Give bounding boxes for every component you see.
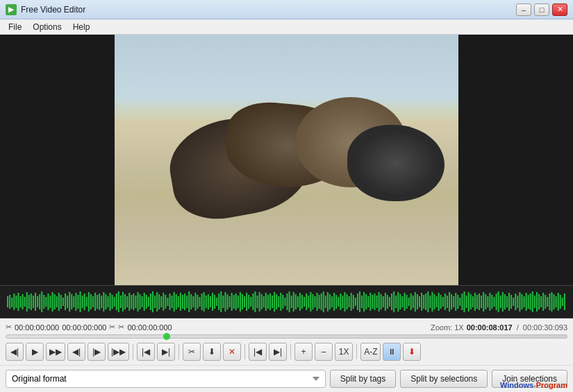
svg-rect-83 (184, 293, 185, 310)
svg-rect-236 (510, 295, 512, 309)
svg-rect-162 (353, 295, 354, 309)
svg-rect-154 (335, 295, 337, 309)
svg-rect-148 (323, 291, 324, 312)
svg-rect-204 (442, 297, 444, 307)
progress-track[interactable] (6, 334, 567, 339)
svg-rect-142 (310, 292, 311, 312)
close-button[interactable]: ✕ (552, 3, 567, 16)
svg-rect-101 (222, 296, 224, 308)
scissors-icon-mid: ✂ (109, 323, 115, 332)
svg-rect-250 (540, 296, 542, 307)
frame-back-button[interactable]: |◀ (249, 343, 267, 361)
go-start-button[interactable]: ◀| (6, 343, 24, 361)
svg-rect-31 (73, 296, 74, 307)
step-back-button[interactable]: ◀| (67, 343, 85, 361)
svg-rect-27 (65, 293, 66, 310)
skip-start-button[interactable]: |◀ (137, 343, 155, 361)
controls-area: ✂ 00:00:00:000 00:00:00:000 ✂ ✂ 00:00:00… (0, 318, 573, 365)
svg-rect-63 (142, 296, 143, 307)
svg-rect-257 (556, 296, 557, 307)
svg-rect-19 (47, 293, 49, 310)
svg-rect-123 (269, 293, 271, 310)
svg-rect-34 (80, 291, 81, 312)
svg-rect-198 (429, 296, 431, 308)
svg-rect-210 (455, 293, 456, 311)
progress-thumb[interactable] (163, 333, 170, 340)
svg-rect-241 (521, 294, 522, 309)
svg-rect-251 (542, 293, 544, 311)
vol-down-button[interactable]: – (315, 343, 333, 361)
svg-rect-96 (212, 293, 213, 311)
svg-rect-195 (423, 295, 424, 309)
svg-rect-32 (75, 293, 76, 311)
svg-rect-223 (483, 292, 484, 312)
svg-rect-16 (41, 291, 42, 312)
step-fwd-button[interactable]: |▶ (88, 343, 106, 361)
svg-rect-23 (56, 296, 58, 307)
svg-rect-247 (534, 296, 535, 308)
svg-rect-72 (160, 296, 162, 307)
az-button[interactable]: A-Z (360, 343, 381, 361)
vol-up-button[interactable]: + (294, 343, 313, 361)
svg-rect-132 (289, 291, 290, 312)
svg-rect-153 (333, 293, 335, 311)
svg-rect-103 (226, 294, 228, 309)
svg-rect-64 (144, 293, 145, 311)
svg-rect-24 (58, 293, 60, 311)
download-button[interactable]: ⬇ (403, 343, 421, 361)
svg-rect-258 (558, 293, 559, 311)
svg-rect-4 (15, 296, 17, 308)
extract-button[interactable]: ⬇ (203, 343, 221, 361)
slider-row (6, 333, 567, 341)
svg-rect-118 (259, 292, 260, 312)
svg-rect-15 (39, 294, 40, 309)
zoom-label: Zoom: 1X (431, 323, 464, 332)
svg-rect-228 (493, 297, 495, 307)
delete-button[interactable]: ✕ (223, 343, 241, 361)
svg-rect-164 (357, 293, 358, 310)
svg-rect-237 (513, 298, 514, 306)
video-frame (115, 35, 458, 285)
svg-rect-113 (248, 295, 249, 309)
svg-rect-82 (182, 295, 183, 309)
maximize-button[interactable]: □ (534, 3, 549, 16)
waveform-svg (6, 289, 567, 314)
app-icon: ▶ (6, 4, 17, 15)
speed-button[interactable]: 1X (335, 343, 353, 361)
window-title: Free Video Editor (21, 5, 516, 15)
svg-rect-259 (560, 295, 561, 309)
svg-rect-140 (306, 293, 307, 310)
svg-rect-197 (427, 291, 429, 312)
svg-rect-231 (500, 296, 501, 308)
skip-end-button[interactable]: ▶| (157, 343, 175, 361)
pause-button[interactable]: ⏸ (383, 343, 401, 361)
format-select[interactable]: Original format MP4 AVI MKV MOV (6, 370, 326, 388)
svg-rect-178 (387, 295, 388, 309)
menu-bar: File Options Help (0, 19, 573, 35)
svg-rect-88 (194, 293, 196, 311)
play-fast-button[interactable]: ▶▶ (46, 343, 65, 361)
menu-options[interactable]: Options (27, 21, 67, 33)
minimize-button[interactable]: – (516, 3, 531, 16)
svg-rect-244 (528, 295, 529, 309)
menu-file[interactable]: File (3, 21, 27, 33)
split-by-tags-button[interactable]: Split by tags (330, 370, 396, 388)
svg-rect-86 (190, 294, 192, 309)
current-time: 00:00:08:017 (467, 323, 513, 332)
svg-rect-29 (69, 292, 70, 312)
split-by-selections-button[interactable]: Split by selections (400, 370, 488, 388)
svg-rect-220 (476, 295, 478, 309)
svg-rect-3 (13, 293, 15, 310)
svg-rect-256 (554, 294, 555, 309)
play-button[interactable]: ▶ (26, 343, 44, 361)
svg-rect-111 (244, 296, 245, 307)
go-end-button[interactable]: |▶▶ (108, 343, 129, 361)
frame-fwd-button[interactable]: ▶| (269, 343, 287, 361)
svg-rect-202 (438, 293, 440, 311)
svg-rect-190 (413, 296, 414, 308)
svg-rect-131 (287, 293, 288, 310)
menu-help[interactable]: Help (67, 21, 96, 33)
cut-button[interactable]: ✂ (183, 343, 201, 361)
svg-rect-54 (122, 292, 124, 312)
svg-rect-69 (154, 296, 156, 308)
